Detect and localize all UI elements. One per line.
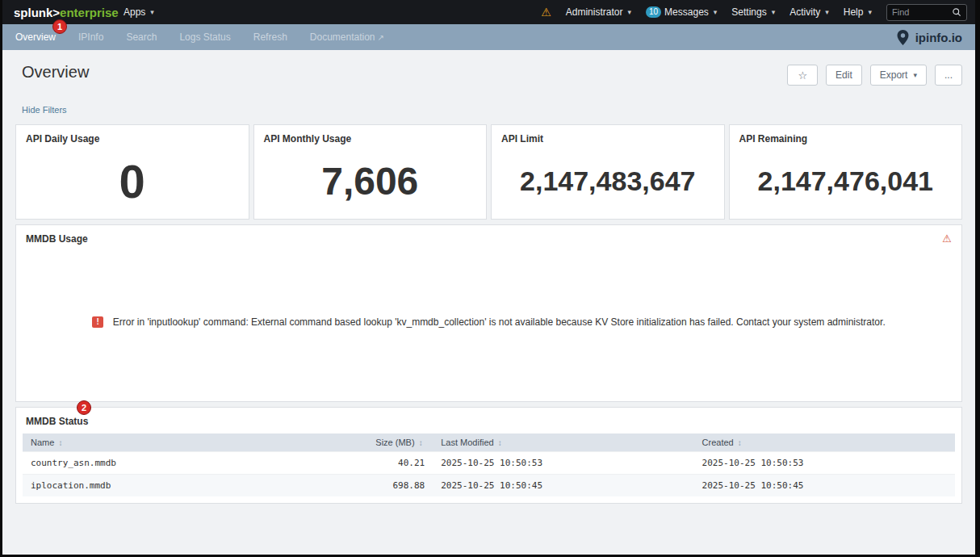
error-icon: ! — [92, 316, 103, 328]
search-icon[interactable] — [952, 7, 961, 17]
sort-icon: ↕ — [738, 438, 742, 447]
chevron-down-icon: ▾ — [868, 8, 872, 16]
column-label: Name — [31, 438, 54, 447]
chevron-down-icon: ▾ — [627, 8, 631, 16]
apps-menu[interactable]: Apps ▾ — [124, 6, 154, 18]
column-label: Last Modified — [441, 438, 493, 447]
cell-last-modified: 2025-10-25 10:50:45 — [433, 475, 693, 497]
more-actions-button[interactable]: ... — [935, 65, 962, 86]
edit-button-label: Edit — [836, 69, 852, 81]
panel-api-daily-usage: API Daily Usage 0 — [15, 124, 249, 220]
column-header-name[interactable]: Name ↕ — [23, 433, 367, 452]
table-row[interactable]: iplocation.mmdb 698.88 2025-10-25 10:50:… — [23, 475, 955, 497]
column-label: Size (MB) — [375, 438, 414, 447]
enterprise-logo-text: enterprise — [60, 6, 119, 19]
settings-menu[interactable]: Settings ▾ — [731, 6, 775, 18]
tab-overview-label: Overview — [15, 31, 56, 43]
panel-mmdb-usage: MMDB Usage ⚠ ! Error in 'inputlookup' co… — [15, 224, 962, 402]
splunk-topbar: splunk>enterprise Apps ▾ ⚠ Administrator… — [2, 0, 975, 24]
app-tabs: Overview IPInfo Search Logs Status Refre… — [15, 31, 384, 43]
sort-icon: ↕ — [498, 438, 502, 447]
annotation-badge-1: 1 — [52, 19, 67, 34]
system-warning-icon[interactable]: ⚠ — [541, 6, 551, 19]
dashboard-content: Overview ☆ Edit Export ▾ ... Hide Filter… — [2, 50, 975, 557]
activity-label: Activity — [789, 6, 820, 18]
panel-title: API Remaining — [730, 125, 962, 151]
page-header: Overview ☆ Edit Export ▾ ... — [15, 50, 962, 86]
panel-title: API Daily Usage — [16, 125, 249, 151]
cell-name: iplocation.mmdb — [23, 475, 367, 497]
help-menu[interactable]: Help ▾ — [844, 6, 872, 18]
messages-menu[interactable]: 10 Messages ▾ — [646, 6, 717, 18]
ipinfo-logo-icon — [895, 29, 911, 46]
topbar-left: splunk>enterprise Apps ▾ — [2, 6, 154, 19]
export-button-label: Export — [880, 69, 908, 81]
table-header-row: Name ↕ Size (MB) ↕ Last Modified ↕ Cre — [23, 433, 955, 452]
apps-menu-label: Apps — [124, 6, 145, 18]
star-icon: ☆ — [798, 69, 807, 82]
splunk-logo[interactable]: splunk>enterprise — [14, 6, 109, 19]
column-label: Created — [702, 438, 734, 447]
single-value: 2,147,483,647 — [492, 151, 724, 219]
annotation-badge-2: 2 — [77, 400, 91, 415]
single-value: 2,147,476,041 — [730, 151, 962, 219]
app-navbar: Overview IPInfo Search Logs Status Refre… — [2, 24, 975, 50]
administrator-menu[interactable]: Administrator ▾ — [566, 6, 631, 18]
panel-title: API Monthly Usage — [254, 125, 487, 151]
mmdb-status-table: Name ↕ Size (MB) ↕ Last Modified ↕ Cre — [23, 433, 955, 496]
tab-documentation[interactable]: Documentation ↗ — [310, 31, 384, 43]
panel-title: MMDB Usage — [16, 225, 961, 251]
external-link-icon: ↗ — [378, 33, 384, 42]
panel-title: MMDB Status — [16, 408, 961, 433]
tab-logs-status-label: Logs Status — [179, 31, 230, 43]
panel-warning-icon[interactable]: ⚠ — [942, 232, 952, 245]
panel-api-monthly-usage: API Monthly Usage 7,606 — [253, 124, 488, 220]
cell-size: 698.88 — [367, 475, 433, 497]
app-window: splunk>enterprise Apps ▾ ⚠ Administrator… — [0, 0, 980, 557]
error-message: ! Error in 'inputlookup' command: Extern… — [16, 314, 961, 329]
cell-last-modified: 2025-10-25 10:50:53 — [433, 452, 693, 475]
panel-api-remaining: API Remaining 2,147,476,041 — [729, 124, 963, 220]
panel-title: API Limit — [492, 125, 724, 151]
ipinfo-brand-label: ipinfo.io — [915, 31, 962, 44]
find-search-box[interactable] — [886, 4, 967, 21]
tab-ipinfo[interactable]: IPInfo — [78, 31, 103, 43]
topbar-right: ⚠ Administrator ▾ 10 Messages ▾ Settings… — [541, 4, 967, 21]
chevron-down-icon: ▾ — [714, 8, 718, 16]
tab-ipinfo-label: IPInfo — [78, 31, 103, 43]
splunk-logo-text: splunk> — [14, 6, 60, 19]
chevron-down-icon: ▾ — [913, 71, 917, 79]
messages-count-badge: 10 — [646, 6, 661, 18]
export-button[interactable]: Export ▾ — [870, 65, 927, 86]
edit-button[interactable]: Edit — [826, 65, 862, 86]
cell-created: 2025-10-25 10:50:53 — [694, 452, 955, 475]
cell-name: country_asn.mmdb — [23, 452, 367, 475]
tab-search[interactable]: Search — [126, 31, 157, 43]
tab-overview[interactable]: Overview — [15, 31, 56, 43]
panel-mmdb-status: MMDB Status Name ↕ Size (MB) ↕ — [15, 407, 962, 504]
messages-label: Messages — [664, 6, 709, 18]
tab-refresh[interactable]: Refresh — [253, 31, 287, 43]
tab-search-label: Search — [126, 31, 157, 43]
activity-menu[interactable]: Activity ▾ — [789, 6, 829, 18]
table-row[interactable]: country_asn.mmdb 40.21 2025-10-25 10:50:… — [23, 452, 955, 475]
error-text: Error in 'inputlookup' command: External… — [113, 316, 886, 328]
column-header-last-modified[interactable]: Last Modified ↕ — [433, 433, 693, 452]
column-header-created[interactable]: Created ↕ — [694, 433, 955, 452]
find-input[interactable] — [892, 7, 952, 17]
tab-logs-status[interactable]: Logs Status — [179, 31, 230, 43]
single-value: 7,606 — [254, 151, 487, 219]
single-value-row: API Daily Usage 0 API Monthly Usage 7,60… — [15, 124, 962, 220]
column-header-size[interactable]: Size (MB) ↕ — [367, 433, 433, 452]
hide-filters-link[interactable]: Hide Filters — [22, 105, 67, 115]
chevron-down-icon: ▾ — [825, 8, 829, 16]
cell-size: 40.21 — [367, 452, 433, 475]
page-title: Overview — [22, 63, 89, 82]
chevron-down-icon: ▾ — [150, 8, 154, 16]
favorite-button[interactable]: ☆ — [787, 65, 818, 86]
sort-icon: ↕ — [419, 438, 423, 447]
settings-label: Settings — [731, 6, 766, 18]
help-label: Help — [844, 6, 864, 18]
tab-documentation-label: Documentation — [310, 31, 375, 43]
dashboard-actions: ☆ Edit Export ▾ ... — [787, 65, 962, 86]
